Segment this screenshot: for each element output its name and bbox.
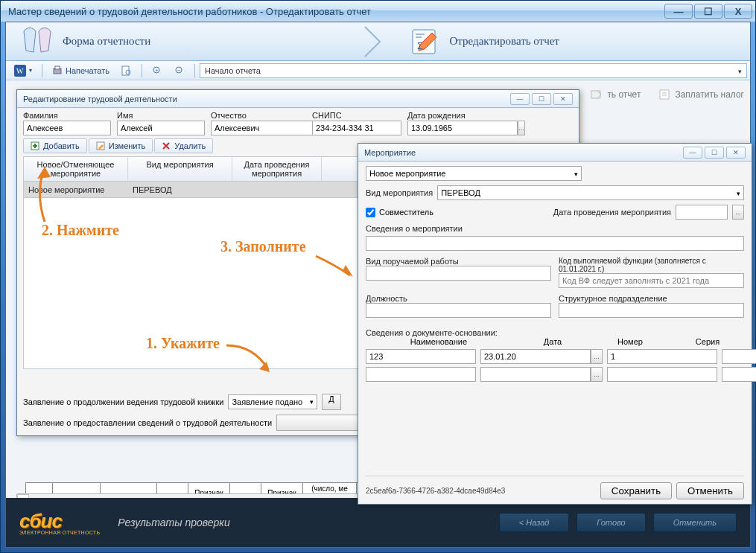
doc2-ser-field[interactable]: [722, 367, 756, 382]
dlg-maximize-icon[interactable]: ☐: [532, 93, 551, 105]
middlename-label: Отчество: [211, 111, 306, 120]
event-info-label: Сведения о мероприятии: [366, 224, 463, 233]
done-button[interactable]: Готово: [576, 513, 645, 532]
print-button[interactable]: Напечатать: [47, 63, 115, 78]
wizard-step-1-title: Форма отчетности: [63, 35, 150, 48]
position-field[interactable]: [366, 303, 551, 318]
doc1-num-field[interactable]: [607, 349, 717, 364]
preview-icon[interactable]: [116, 63, 137, 78]
ev-close-icon[interactable]: ✕: [726, 147, 746, 159]
zoom-out-icon[interactable]: −: [169, 63, 190, 78]
delete-label: Удалить: [174, 141, 206, 150]
new-event-combo[interactable]: Новое мероприятие: [366, 166, 582, 181]
lastname-label: Фамилия: [23, 111, 111, 120]
statement-date-button[interactable]: Д: [322, 394, 340, 410]
wizard-step-1[interactable]: Форма отчетности: [6, 25, 363, 58]
svg-rect-5: [55, 66, 60, 69]
doc1-ser-field[interactable]: [722, 349, 756, 364]
statement-combo[interactable]: Заявление подано: [228, 394, 317, 409]
department-label: Структурное подразделение: [559, 294, 744, 303]
add-button[interactable]: Добавить: [23, 138, 87, 153]
event-date-field[interactable]: [676, 205, 728, 220]
delete-button[interactable]: Удалить: [154, 138, 213, 153]
guid-label: 2c5eaf6a-7366-4726-a382-4dcae49d84e3: [366, 487, 505, 495]
middlename-field[interactable]: [211, 121, 321, 135]
dob-field[interactable]: [407, 121, 518, 135]
edit-button[interactable]: Изменить: [89, 138, 153, 153]
dlg-minimize-icon[interactable]: —: [510, 93, 530, 105]
dob-picker-icon[interactable]: …: [518, 121, 525, 135]
doc2-num-field[interactable]: [607, 367, 717, 382]
doc2-date-field[interactable]: [480, 367, 591, 382]
word-button[interactable]: W▾: [9, 63, 37, 79]
section-combo-value: Начало отчета: [205, 66, 261, 75]
doc-col-num: Номер: [594, 337, 667, 346]
doc1-date-field[interactable]: [480, 349, 591, 364]
back-button[interactable]: < Назад: [499, 513, 570, 532]
dlg-close-icon[interactable]: ✕: [553, 93, 573, 105]
parttime-checkbox[interactable]: Совместитель: [366, 208, 433, 217]
cancel-button[interactable]: Отменить: [676, 482, 744, 499]
snils-label: СНИПС: [312, 111, 401, 120]
doc-col-ser: Серия: [671, 337, 744, 346]
department-field[interactable]: [559, 303, 744, 318]
zoom-in-icon[interactable]: +: [147, 63, 168, 78]
doc-header-label: Сведения о документе-основании:: [366, 328, 744, 337]
save-button[interactable]: Сохранить: [600, 482, 672, 499]
snils-field[interactable]: [312, 121, 401, 135]
print-label: Напечатать: [66, 66, 109, 75]
doc2-name-field[interactable]: [366, 367, 476, 382]
doc1-name-field[interactable]: [366, 349, 476, 364]
dob-label: Дата рождения: [407, 111, 492, 120]
grid-header-1[interactable]: Новое/Отменяющее мероприятие: [24, 157, 128, 181]
ev-maximize-icon[interactable]: ☐: [705, 147, 724, 159]
func-code-label: Код выполняемой функции (заполняется с 0…: [559, 257, 744, 273]
event-dialog: Мероприятие — ☐ ✕ Новое мероприятие Вид …: [358, 143, 752, 505]
work-type-field[interactable]: [366, 266, 551, 281]
pay-tax-button[interactable]: Заплатить налог: [658, 89, 744, 100]
lastname-field[interactable]: [23, 121, 111, 135]
svg-text:Σ: Σ: [417, 41, 422, 51]
wizard-step-2-title: Отредактировать отчет: [450, 35, 559, 48]
edit-report-icon: Σ: [408, 25, 441, 58]
provision-label: Заявление о предоставлении сведений о тр…: [23, 418, 272, 427]
doc1-date-picker-icon[interactable]: …: [591, 349, 603, 364]
close-button[interactable]: X: [724, 4, 752, 19]
sbis-logo-sub: ЭЛЕКТРОННАЯ ОТЧЕТНОСТЬ: [19, 530, 100, 535]
svg-text:+: +: [155, 67, 159, 74]
event-dialog-title: Мероприятие: [364, 148, 416, 157]
event-info-field[interactable]: [366, 236, 744, 251]
event-date-label: Дата проведения мероприятия: [553, 208, 671, 217]
svg-text:W: W: [16, 67, 24, 75]
firstname-field[interactable]: [117, 121, 205, 135]
continuation-label: Заявление о продолжении ведения трудовой…: [23, 397, 223, 406]
section-combo[interactable]: Начало отчета: [200, 63, 747, 78]
svg-rect-6: [122, 66, 129, 75]
event-type-label: Вид мероприятия: [366, 188, 433, 197]
wizard-step-2[interactable]: Σ Отредактировать отчет: [393, 25, 751, 58]
edit-label: Изменить: [109, 141, 146, 150]
minimize-button[interactable]: —: [664, 4, 693, 19]
svg-rect-13: [660, 90, 669, 99]
maximize-button[interactable]: ☐: [694, 4, 722, 19]
titlebar: Мастер сведений о трудовой деятельности …: [1, 1, 755, 22]
grid-header-3[interactable]: Дата проведения мероприятия: [232, 157, 322, 181]
func-code-field[interactable]: [559, 273, 744, 288]
edit-dialog-title: Редактирование трудовой деятельности: [23, 95, 177, 103]
position-label: Должность: [366, 294, 551, 303]
firstname-label: Имя: [117, 111, 205, 120]
svg-text:−: −: [177, 67, 181, 74]
grid-header-2[interactable]: Вид мероприятия: [128, 157, 232, 181]
event-date-picker-icon[interactable]: …: [732, 205, 744, 220]
toolbar: W▾ Напечатать + − Начало отчета: [6, 61, 750, 80]
doc2-date-picker-icon[interactable]: …: [591, 367, 603, 382]
doc-col-date: Дата: [516, 337, 589, 346]
results-label: Результаты проверки: [118, 517, 229, 528]
work-type-label: Вид поручаемой работы: [366, 257, 551, 266]
form-icon: [21, 25, 54, 58]
footer-cancel-button[interactable]: Отменить: [653, 513, 737, 532]
window-title: Мастер сведений о трудовой деятельности …: [8, 6, 371, 17]
send-report-button[interactable]: ть отчет: [591, 89, 641, 100]
ev-minimize-icon[interactable]: —: [683, 147, 702, 159]
event-type-combo[interactable]: ПЕРЕВОД: [437, 185, 744, 200]
